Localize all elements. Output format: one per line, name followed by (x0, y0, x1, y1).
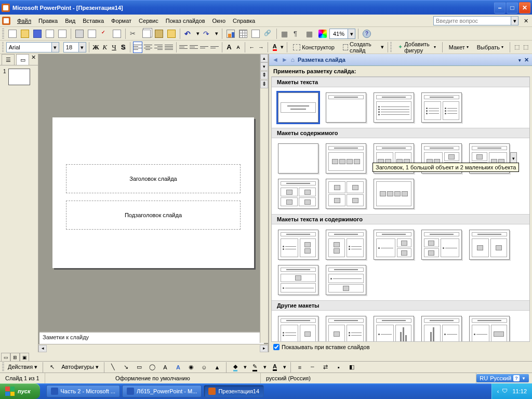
sorter-view-button[interactable]: ⊞ (10, 353, 20, 362)
menu-window[interactable]: Окно (209, 16, 230, 25)
add-shape-button[interactable]: ✦Добавить фигуру▾ (394, 39, 440, 55)
line-style-button[interactable]: ≡ (294, 362, 305, 373)
italic-button[interactable]: К (101, 42, 109, 53)
layout-title-slide[interactable] (278, 92, 318, 123)
show-formatting-button[interactable] (292, 28, 303, 39)
picture-button[interactable]: ▲ (211, 362, 223, 373)
menu-insert[interactable]: Вставка (79, 16, 108, 25)
undo-drop[interactable]: ▾ (195, 28, 201, 39)
show-on-insert-checkbox[interactable] (273, 344, 280, 350)
layout-content-4[interactable] (278, 179, 318, 209)
diagram-button[interactable]: ◉ (185, 362, 197, 373)
promote-button[interactable]: ← (248, 42, 256, 53)
toolbar-overflow[interactable]: ▾ (380, 42, 385, 53)
layout-other-5[interactable] (469, 316, 510, 342)
expand-button[interactable] (280, 28, 291, 39)
menu-view[interactable]: Вид (61, 16, 79, 25)
tray-expand-icon[interactable]: ‹ (497, 388, 499, 394)
chart-button[interactable] (225, 28, 236, 39)
layout-tc-4[interactable] (421, 230, 462, 260)
horizontal-scrollbar[interactable]: ◂ ▸ (38, 344, 268, 352)
taskbar-item-word1[interactable]: Часть 2 - Microsoft ... (46, 385, 121, 397)
size-combo[interactable]: ▾ (63, 42, 86, 52)
line-button[interactable]: ╲ (108, 362, 119, 373)
underline-button[interactable]: Ч (110, 42, 118, 53)
zoom-out-button[interactable]: ⬚ (522, 42, 530, 53)
next-slide-button[interactable]: ⇟ (260, 80, 268, 88)
save-button[interactable] (32, 28, 43, 39)
layout-content-5[interactable] (326, 179, 366, 209)
thumbnail-1[interactable]: 1 (3, 69, 35, 85)
menu-format[interactable]: Формат (108, 16, 135, 25)
notes-pane[interactable]: Заметки к слайду (39, 331, 264, 344)
email-button[interactable] (57, 28, 68, 39)
tray-icon[interactable]: 🛡 (502, 388, 509, 395)
zoom-in-button[interactable]: ⬚ (513, 42, 521, 53)
format-painter-button[interactable] (166, 28, 177, 39)
layout-other-4[interactable] (421, 316, 462, 342)
layout-tc-3[interactable] (374, 230, 414, 260)
align-right-button[interactable] (154, 42, 163, 53)
layout-tc-6[interactable] (278, 265, 318, 295)
numbering-button[interactable] (179, 42, 188, 53)
textbox-button[interactable]: A (159, 362, 171, 373)
menu-file[interactable]: Файл (14, 16, 35, 25)
layout-tc-7[interactable] (326, 265, 366, 295)
scroll-up[interactable]: ▴ (260, 54, 268, 62)
print-button[interactable] (74, 28, 85, 39)
scroll-down[interactable]: ▾ (260, 62, 268, 71)
cut-button[interactable] (128, 28, 140, 39)
ask-question-box[interactable]: Введите вопрос (433, 16, 511, 25)
normal-view-button[interactable]: ▭ (1, 353, 10, 362)
fill-color-button[interactable]: ◆ (230, 362, 241, 373)
font-input[interactable] (7, 44, 51, 50)
font-color-drop[interactable]: ▾ (280, 42, 284, 53)
dec-indent-button[interactable] (210, 42, 219, 53)
toolbar-grip[interactable] (2, 42, 4, 52)
scroll-left[interactable]: ◂ (38, 345, 47, 352)
menu-help[interactable]: Справка (229, 16, 259, 25)
zoom-combo[interactable]: 41%▾ (329, 29, 355, 39)
tables-button[interactable] (250, 28, 261, 39)
toolbar-grip[interactable] (2, 363, 4, 372)
layout-other-1[interactable] (278, 316, 318, 342)
pane-close[interactable]: ✕ (29, 54, 38, 65)
arrow-button[interactable]: ↘ (121, 362, 132, 373)
dash-style-button[interactable]: ┄ (307, 362, 318, 373)
taskpane-home[interactable]: ⌂ (291, 56, 295, 63)
actions-menu[interactable]: Действия ▾ (6, 364, 39, 370)
layout-tc-2[interactable] (326, 230, 366, 260)
layout-other-3[interactable] (374, 316, 414, 342)
font-color-button[interactable]: A (271, 42, 279, 53)
redo-drop[interactable]: ▾ (214, 28, 219, 39)
layout-blank[interactable] (278, 143, 318, 174)
shadow-style-button[interactable]: ▪ (333, 362, 344, 373)
table-button[interactable] (237, 28, 249, 39)
outline-tab[interactable]: ☰ (2, 54, 15, 65)
new-button[interactable] (7, 28, 18, 39)
toolbar-grip[interactable] (2, 29, 4, 39)
taskpane-menu[interactable] (517, 57, 521, 63)
undo-button[interactable] (183, 28, 194, 39)
layout-title-only[interactable] (326, 92, 366, 123)
vertical-scrollbar[interactable]: ▴ ▾ ⇞ ⇟ (260, 54, 268, 343)
toolbar-grip[interactable] (390, 42, 392, 52)
layout-content[interactable] (326, 143, 366, 174)
slide-canvas[interactable]: Заголовок слайда Подзаголовок слайда (38, 54, 268, 331)
menu-edit[interactable]: Правка (35, 16, 61, 25)
redo-button[interactable] (202, 28, 213, 39)
menu-slideshow[interactable]: Показ слайдов (162, 16, 209, 25)
select-objects-button[interactable]: ↖ (46, 362, 58, 373)
subtitle-placeholder[interactable]: Подзаголовок слайда (66, 201, 241, 230)
align-center-button[interactable] (143, 42, 153, 53)
layout-tc-5[interactable] (469, 230, 510, 260)
autoshapes-menu[interactable]: Автофигуры ▾ (59, 364, 101, 370)
hyperlink-button[interactable] (262, 28, 274, 39)
language-indicator[interactable]: RU Русский ? ▼ (476, 374, 529, 382)
open-button[interactable] (19, 28, 31, 39)
grid-guides-button[interactable] (304, 28, 316, 39)
3d-style-button[interactable]: ◧ (346, 362, 357, 373)
taskpane-back[interactable]: ◄ (272, 56, 278, 63)
slides-tab[interactable]: ▭ (16, 54, 29, 65)
ask-dropdown[interactable]: ▾ (511, 16, 518, 25)
